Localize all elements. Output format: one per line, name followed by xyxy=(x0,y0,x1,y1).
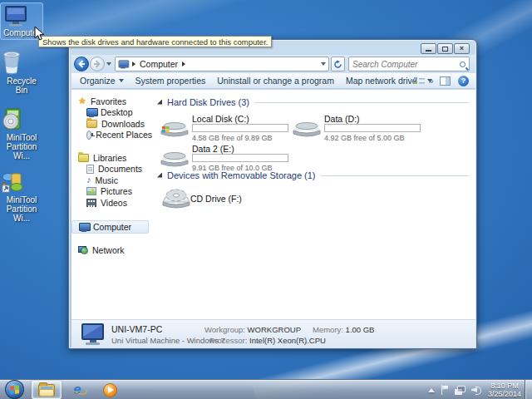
network-icon xyxy=(78,246,88,254)
recent-places-icon xyxy=(86,131,91,140)
refresh-icon xyxy=(333,60,342,69)
address-dropdown[interactable] xyxy=(321,62,326,66)
music-note-icon: ♪ xyxy=(86,175,91,185)
internet-explorer-icon: e xyxy=(71,382,88,397)
show-hidden-icons-button[interactable] xyxy=(428,388,435,392)
drive-usage: 9.91 GB free of 10.0 GB xyxy=(192,164,273,172)
downloads-folder-icon xyxy=(86,120,97,128)
desktop-icon-label: Recycle Bin xyxy=(7,76,37,95)
chevron-down-icon xyxy=(427,79,432,82)
action-center-icon[interactable] xyxy=(441,385,449,395)
workgroup-value: WORKGROUP xyxy=(248,325,301,334)
drive-name: CD Drive (F:) xyxy=(190,194,242,204)
computer-description: Uni Virtual Machine - Windows 7 xyxy=(111,336,225,345)
search-input[interactable] xyxy=(352,60,460,69)
taskbar-button-internet-explorer[interactable]: e xyxy=(65,381,95,399)
sidebar-item-recent-places[interactable]: Recent Places xyxy=(71,130,152,141)
navigation-pane: ★ Favorites Desktop Downloads Recent Pla… xyxy=(71,90,152,319)
drive-name: Local Disk (C:) xyxy=(192,114,249,124)
memory-value: 1.00 GB xyxy=(346,325,375,334)
maximize-button[interactable] xyxy=(437,43,453,54)
drive-item-c[interactable]: Local Disk (C:) 4.58 GB free of 9.89 GB xyxy=(160,114,293,142)
refresh-button[interactable] xyxy=(331,57,345,71)
taskbar: e 8:10 PM 3/25/2014 xyxy=(0,379,532,399)
uninstall-program-button[interactable]: Uninstall or change a program xyxy=(217,76,334,86)
recent-pages-dropdown[interactable] xyxy=(106,62,111,66)
drive-name: Data (D:) xyxy=(324,114,360,124)
network-tray-icon[interactable] xyxy=(455,386,466,395)
sidebar-item-music[interactable]: ♪ Music xyxy=(71,175,152,186)
tooltip: Shows the disk drives and hardware conne… xyxy=(38,36,272,47)
sidebar-item-pictures[interactable]: Pictures xyxy=(71,186,152,198)
capacity-bar xyxy=(192,124,288,132)
sidebar-item-computer[interactable]: Computer xyxy=(71,220,149,234)
preview-pane-button[interactable] xyxy=(440,76,451,86)
organize-button[interactable]: Organize xyxy=(80,76,124,86)
recycle-bin-icon xyxy=(0,48,43,75)
desktop-icon-minitool-app[interactable]: MiniTool Partition Wi... xyxy=(0,169,43,223)
change-view-button[interactable] xyxy=(414,76,432,86)
taskbar-button-media-player[interactable] xyxy=(95,381,125,399)
computer-details-icon xyxy=(78,323,106,346)
taskbar-clock[interactable]: 8:10 PM 3/25/2014 xyxy=(488,382,521,399)
command-bar: Organize System properties Uninstall or … xyxy=(71,73,475,89)
sidebar-item-desktop[interactable]: Desktop xyxy=(71,107,152,119)
computer-icon xyxy=(79,223,89,231)
volume-icon[interactable] xyxy=(471,386,482,395)
sidebar-item-libraries[interactable]: Libraries xyxy=(71,152,152,164)
drive-item-d[interactable]: Data (D:) 4.92 GB free of 5.00 GB xyxy=(293,114,426,142)
windows-logo-icon xyxy=(10,385,19,394)
details-ellipsis: ... xyxy=(303,336,309,345)
system-properties-button[interactable]: System properties xyxy=(135,76,206,86)
drive-usage: 4.92 GB free of 5.00 GB xyxy=(324,134,405,142)
start-button[interactable] xyxy=(5,380,24,399)
capacity-bar xyxy=(324,124,421,132)
processor-label: Processor: xyxy=(209,336,247,345)
items-view: Hard Disk Drives (3) xyxy=(152,90,475,319)
sidebar-item-documents[interactable]: Documents xyxy=(71,164,152,175)
sidebar-item-network[interactable]: Network xyxy=(71,245,152,257)
taskbar-button-explorer[interactable] xyxy=(32,381,62,399)
breadcrumb-separator-icon xyxy=(182,62,185,66)
explorer-folder-icon xyxy=(38,384,55,397)
sidebar-item-videos[interactable]: Videos xyxy=(71,197,152,209)
videos-icon xyxy=(86,199,96,207)
search-box[interactable] xyxy=(348,57,470,71)
minitool-app-icon xyxy=(0,169,43,194)
group-header-hard-disk-drives[interactable]: Hard Disk Drives (3) xyxy=(157,96,469,108)
help-button[interactable]: ? xyxy=(458,76,469,86)
back-button[interactable] xyxy=(74,57,89,71)
workgroup-label: Workgroup: xyxy=(204,325,245,334)
desktop-icon-label: MiniTool Partition Wi... xyxy=(7,133,37,160)
desktop-icon-label: MiniTool Partition Wi... xyxy=(7,195,37,223)
views-icon xyxy=(414,76,425,86)
collapse-triangle-icon xyxy=(157,100,162,105)
close-icon: × xyxy=(460,45,464,52)
desktop-icon-recycle-bin[interactable]: Recycle Bin xyxy=(0,48,43,95)
star-icon: ★ xyxy=(78,96,86,106)
minitool-installer-icon xyxy=(0,106,43,131)
mouse-cursor xyxy=(34,26,45,42)
drive-item-cd-f[interactable]: CD Drive (F:) xyxy=(157,185,469,215)
sidebar-item-downloads[interactable]: Downloads xyxy=(71,118,152,130)
address-bar[interactable]: Computer xyxy=(115,57,329,71)
desktop-icon-minitool-installer[interactable]: MiniTool Partition Wi... xyxy=(0,106,43,160)
libraries-icon xyxy=(78,154,89,162)
forward-button[interactable] xyxy=(90,57,105,71)
media-player-icon xyxy=(103,383,117,397)
show-desktop-button[interactable] xyxy=(525,380,532,399)
processor-value: Intel(R) Xeon(R) CPU xyxy=(249,336,326,345)
breadcrumb-computer[interactable]: Computer xyxy=(140,59,178,69)
minimize-button[interactable] xyxy=(421,43,436,54)
drive-name: Data 2 (E:) xyxy=(192,144,234,154)
close-button[interactable]: × xyxy=(454,43,470,54)
map-network-drive-button[interactable]: Map network drive xyxy=(346,76,417,86)
drive-item-e[interactable]: Data 2 (E:) 9.91 GB free of 10.0 GB xyxy=(160,144,293,172)
explorer-window: × Computer xyxy=(68,39,477,349)
sidebar-item-favorites[interactable]: ★ Favorites xyxy=(71,96,152,107)
clock-date: 3/25/2014 xyxy=(488,390,521,398)
memory-label: Memory: xyxy=(313,325,343,334)
drive-usage: 4.58 GB free of 9.89 GB xyxy=(192,134,273,142)
breadcrumb-separator-icon xyxy=(132,62,135,66)
computer-icon xyxy=(2,5,42,27)
